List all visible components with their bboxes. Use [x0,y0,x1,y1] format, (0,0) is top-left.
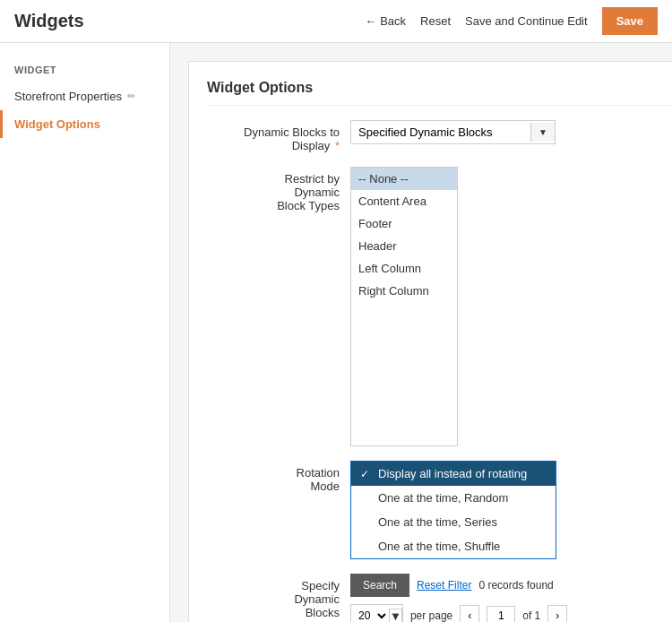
per-page-select[interactable]: 20 [351,605,389,622]
required-star: * [335,139,340,152]
rotation-field: ✓ Display all instead of rotating One at… [350,461,672,559]
restrict-label: Restrict byDynamicBlock Types [207,167,350,212]
listbox-item-footer[interactable]: Footer [351,212,457,235]
sidebar: WIDGET Storefront Properties ✏ Widget Op… [0,43,170,622]
save-continue-button[interactable]: Save and Continue Edit [465,14,588,28]
content-box: Widget Options Dynamic Blocks toDisplay … [188,61,672,622]
pagination: 20 ▼ per page ‹ of 1 › [350,604,672,622]
dynamic-blocks-select-wrapper[interactable]: Specified Dynamic Blocks ▼ [350,120,556,144]
restrict-row: Restrict byDynamicBlock Types -- None --… [207,167,672,446]
listbox-item-header[interactable]: Header [351,235,457,257]
rotation-checkmark-icon: ✓ [360,468,373,480]
back-label: Back [380,14,406,28]
rotation-row: RotationMode ✓ Display all instead of ro… [207,461,672,559]
rotation-label: RotationMode [207,461,350,493]
main-layout: WIDGET Storefront Properties ✏ Widget Op… [0,43,672,622]
save-button[interactable]: Save [602,7,658,35]
dynamic-blocks-row: Dynamic Blocks toDisplay * Specified Dyn… [207,120,672,152]
rotation-option-series-label: One at the time, Series [378,515,497,529]
header-actions: ← Back Reset Save and Continue Edit Save [365,7,658,35]
back-arrow-icon: ← [365,14,376,28]
rotation-option-shuffle[interactable]: One at the time, Shuffle [351,534,556,558]
block-types-listbox[interactable]: -- None -- Content Area Footer Header Le… [350,167,458,446]
listbox-item-right-column[interactable]: Right Column [351,280,457,302]
rotation-option-random[interactable]: One at the time, Random [351,486,556,510]
content: Widget Options Dynamic Blocks toDisplay … [170,43,672,622]
sidebar-item-widget-options[interactable]: Widget Options [0,110,169,138]
edit-icon: ✏ [127,91,135,102]
specify-field: Search Reset Filter 0 records found 20 ▼… [350,574,672,622]
prev-page-button[interactable]: ‹ [460,605,479,622]
listbox-empty-area [351,302,457,445]
header: Widgets ← Back Reset Save and Continue E… [0,0,672,43]
specify-label: SpecifyDynamicBlocks [207,574,350,619]
rotation-option-shuffle-label: One at the time, Shuffle [378,540,500,553]
sidebar-section-title: WIDGET [0,57,169,82]
records-count: 0 records found [478,579,553,592]
dynamic-blocks-label: Dynamic Blocks toDisplay * [207,120,350,152]
page-title: Widgets [14,11,365,31]
dynamic-blocks-field: Specified Dynamic Blocks ▼ [350,120,672,144]
restrict-field: -- None -- Content Area Footer Header Le… [350,167,672,446]
reset-filter-button[interactable]: Reset Filter [417,579,471,592]
per-page-select-wrapper[interactable]: 20 ▼ [350,604,403,622]
specify-row: SpecifyDynamicBlocks Search Reset Filter… [207,574,672,622]
per-page-label: per page [410,609,452,622]
next-page-button[interactable]: › [547,605,567,622]
dynamic-blocks-dropdown-arrow[interactable]: ▼ [530,123,555,142]
per-page-arrow-icon[interactable]: ▼ [389,609,402,623]
back-button[interactable]: ← Back [365,14,406,28]
page-of: of 1 [522,609,540,622]
rotation-option-random-label: One at the time, Random [378,491,508,505]
page-number-input[interactable] [487,606,515,622]
sidebar-item-storefront[interactable]: Storefront Properties ✏ [0,82,169,110]
search-button[interactable]: Search [350,574,409,597]
dynamic-blocks-select[interactable]: Specified Dynamic Blocks [351,121,530,143]
listbox-item-left-column[interactable]: Left Column [351,257,457,280]
rotation-option-all[interactable]: ✓ Display all instead of rotating [351,462,556,486]
rotation-dropdown[interactable]: ✓ Display all instead of rotating One at… [350,461,556,559]
reset-button[interactable]: Reset [420,14,451,28]
sidebar-widget-options-label: Widget Options [14,117,100,131]
rotation-option-series[interactable]: One at the time, Series [351,510,556,534]
search-bar: Search Reset Filter 0 records found [350,574,672,597]
widget-options-title: Widget Options [207,80,672,106]
sidebar-storefront-label: Storefront Properties [14,90,122,103]
listbox-item-content-area[interactable]: Content Area [351,190,457,212]
rotation-option-all-label: Display all instead of rotating [378,467,527,480]
listbox-item-none[interactable]: -- None -- [351,168,457,190]
